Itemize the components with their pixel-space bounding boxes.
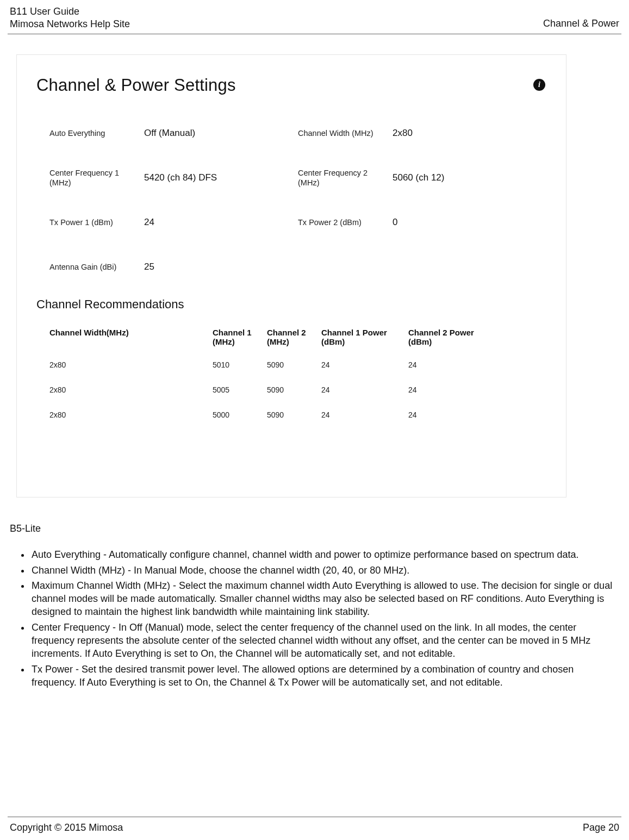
label-antenna-gain: Antenna Gain (dBi) <box>49 262 132 272</box>
table-cell: 5005 <box>213 385 267 394</box>
doc-section-title: Channel & Power <box>543 17 619 30</box>
table-cell: 2x80 <box>49 385 213 394</box>
list-item: Maximum Channel Width (MHz) - Select the… <box>30 579 619 619</box>
table-cell: 2x80 <box>49 360 213 369</box>
info-icon[interactable]: i <box>533 79 545 91</box>
col-header-ch2pwr: Channel 2 Power (dBm) <box>408 328 495 346</box>
value-tx-power-1[interactable]: 24 <box>144 217 154 228</box>
panel-title: Channel & Power Settings <box>36 76 546 95</box>
footer-page: Page 20 <box>583 822 619 833</box>
label-auto-everything: Auto Everything <box>49 128 132 138</box>
value-antenna-gain[interactable]: 25 <box>144 262 154 272</box>
table-cell: 5010 <box>213 360 267 369</box>
table-cell: 5000 <box>213 410 267 419</box>
footer-copyright: Copyright © 2015 Mimosa <box>10 822 123 833</box>
col-header-ch2: Channel 2 (MHz) <box>267 328 321 346</box>
value-center-freq-1[interactable]: 5420 (ch 84) DFS <box>144 172 217 183</box>
label-channel-width: Channel Width (MHz) <box>298 128 381 138</box>
settings-panel: i Channel & Power Settings Auto Everythi… <box>16 54 566 497</box>
recommendations-title: Channel Recommendations <box>36 297 546 312</box>
recommendations-table: Channel Width(MHz) Channel 1 (MHz) Chann… <box>36 328 546 419</box>
table-cell: 24 <box>408 360 495 369</box>
table-cell: 24 <box>408 410 495 419</box>
col-header-ch1: Channel 1 (MHz) <box>213 328 267 346</box>
table-cell: 5090 <box>267 410 321 419</box>
table-cell: 24 <box>408 385 495 394</box>
label-center-freq-1: Center Frequency 1 (MHz) <box>49 168 132 188</box>
table-cell: 24 <box>321 410 408 419</box>
doc-title-line1: B11 User Guide <box>10 5 130 18</box>
col-header-width: Channel Width(MHz) <box>49 328 213 346</box>
col-header-ch1pwr: Channel 1 Power (dBm) <box>321 328 408 346</box>
value-channel-width[interactable]: 2x80 <box>393 128 413 139</box>
list-item: Tx Power - Set the desired transmit powe… <box>30 663 619 689</box>
list-item: Auto Everything - Automatically configur… <box>30 548 619 561</box>
body-bullet-list: Auto Everything - Automatically configur… <box>30 548 619 689</box>
table-cell: 5090 <box>267 360 321 369</box>
table-row[interactable]: 2x80500050902424 <box>49 410 546 419</box>
value-tx-power-2[interactable]: 0 <box>393 217 397 228</box>
table-header-row: Channel Width(MHz) Channel 1 (MHz) Chann… <box>49 328 546 346</box>
table-cell: 2x80 <box>49 410 213 419</box>
doc-title-line2: Mimosa Networks Help Site <box>10 18 130 30</box>
body-lead: B5-Lite <box>10 522 619 535</box>
label-center-freq-2: Center Frequency 2 (MHz) <box>298 168 381 188</box>
value-auto-everything[interactable]: Off (Manual) <box>144 128 195 139</box>
table-row[interactable]: 2x80501050902424 <box>49 360 546 369</box>
table-cell: 5090 <box>267 385 321 394</box>
divider-bottom <box>8 817 621 817</box>
list-item: Center Frequency - In Off (Manual) mode,… <box>30 621 619 661</box>
label-tx-power-1: Tx Power 1 (dBm) <box>49 217 132 227</box>
label-tx-power-2: Tx Power 2 (dBm) <box>298 217 381 227</box>
table-cell: 24 <box>321 360 408 369</box>
table-cell: 24 <box>321 385 408 394</box>
list-item: Channel Width (MHz) - In Manual Mode, ch… <box>30 564 619 577</box>
table-row[interactable]: 2x80500550902424 <box>49 385 546 394</box>
divider-top <box>8 34 621 34</box>
value-center-freq-2[interactable]: 5060 (ch 12) <box>393 172 444 183</box>
